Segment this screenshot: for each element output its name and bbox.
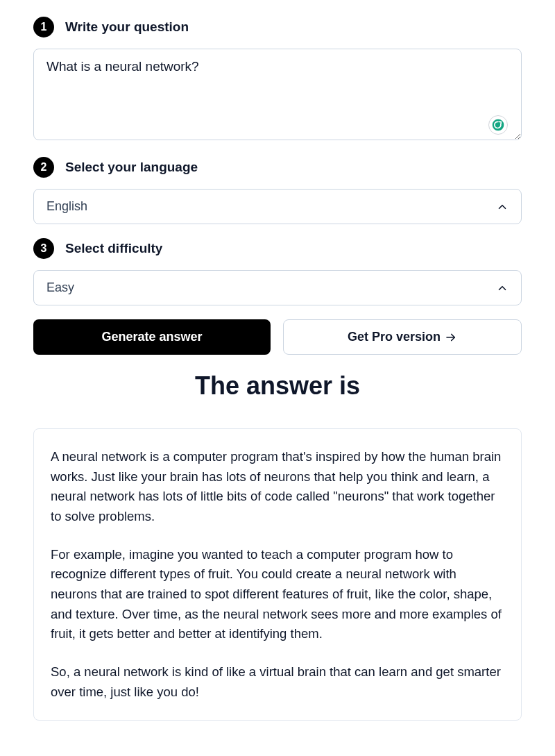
answer-paragraph: So, a neural network is kind of like a v… xyxy=(51,662,504,702)
generate-answer-button[interactable]: Generate answer xyxy=(33,319,271,355)
step-1-number: 1 xyxy=(33,17,54,37)
step-3-header: 3 Select difficulty xyxy=(33,238,522,259)
step-2-label: Select your language xyxy=(65,160,198,175)
step-2-number: 2 xyxy=(33,157,54,178)
question-input[interactable] xyxy=(33,49,522,140)
get-pro-button[interactable]: Get Pro version xyxy=(283,319,522,355)
generate-button-label: Generate answer xyxy=(101,330,202,344)
chevron-up-icon xyxy=(496,201,509,213)
step-2-header: 2 Select your language xyxy=(33,157,522,178)
chevron-up-icon xyxy=(496,282,509,294)
answer-box: A neural network is a computer program t… xyxy=(33,428,522,721)
answer-paragraph: A neural network is a computer program t… xyxy=(51,447,504,527)
step-1-label: Write your question xyxy=(65,19,189,35)
language-selected-value: English xyxy=(46,199,87,214)
language-dropdown[interactable]: English xyxy=(33,189,522,224)
difficulty-selected-value: Easy xyxy=(46,280,74,295)
difficulty-dropdown[interactable]: Easy xyxy=(33,270,522,305)
question-input-wrapper xyxy=(33,49,522,157)
step-3-label: Select difficulty xyxy=(65,241,162,256)
answer-heading: The answer is xyxy=(33,371,522,401)
action-button-row: Generate answer Get Pro version xyxy=(33,319,522,355)
step-1-header: 1 Write your question xyxy=(33,17,522,37)
step-3-number: 3 xyxy=(33,238,54,259)
arrow-right-icon xyxy=(445,331,457,344)
pro-button-label: Get Pro version xyxy=(348,330,441,344)
answer-paragraph: For example, imagine you wanted to teach… xyxy=(51,545,504,644)
